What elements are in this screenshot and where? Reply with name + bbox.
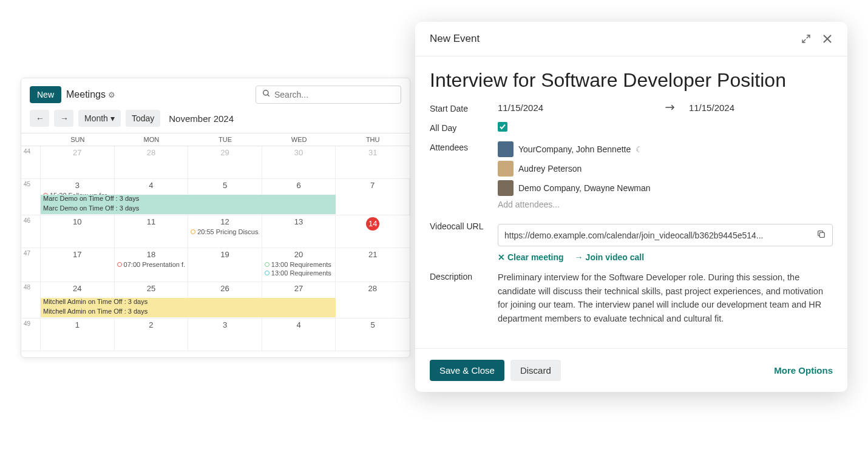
calendar-title-text: Meetings [66,89,106,100]
week-number: 46 [21,215,41,248]
calendar-cell[interactable]: 2013:00 Requirements ...13:00 Requiremen… [262,248,336,281]
close-icon[interactable] [822,33,833,44]
calendar-cell[interactable]: 7 [336,179,410,215]
today-button[interactable]: Today [126,110,160,127]
clear-meeting-button[interactable]: ✕Clear meeting [498,252,564,262]
videocall-label: Videocall URL [430,220,498,231]
calendar-cell[interactable]: 4 [262,318,336,351]
calendar-band-event[interactable]: Marc Demo on Time Off : 3 days [41,195,336,204]
calendar-week-row: 482425262728Mitchell Admin on Time Off :… [21,282,410,318]
videocall-url-input[interactable]: https://demo.example.com/calendar/join_v… [498,224,833,246]
calendar-week-row: 4912345 [21,318,410,351]
day-number: 18 [117,250,186,259]
event-text: 13:00 Requirements ... [271,261,333,268]
modal-body: Interview for Software Developer Positio… [415,56,847,348]
end-date-input[interactable]: 11/15/2024 [689,103,734,113]
calendar-cell[interactable]: 21 [336,248,410,281]
calendar-cell[interactable]: 17 [41,248,115,281]
add-attendee-input[interactable]: Add attendees... [498,200,833,209]
description-text[interactable]: Preliminary interview for the Software D… [498,271,833,325]
moon-icon: ☾ [636,145,643,154]
calendar-toolbar: ← → Month▾ Today November 2024 [21,110,410,133]
attendee-item[interactable]: Demo Company, Dwayne Newman [498,180,833,196]
attendee-name: Audrey Peterson [518,164,581,174]
day-number: 19 [191,250,259,259]
week-number: 48 [21,282,41,318]
day-number: 4 [117,181,186,190]
new-button[interactable]: New [30,86,61,103]
calendar-cell[interactable]: 31 [336,146,410,178]
calendar-grid: SUN MON TUE WED THU 44272829303145315:20… [21,133,410,351]
view-dropdown[interactable]: Month▾ [78,110,121,127]
event-title[interactable]: Interview for Software Developer Positio… [430,69,833,92]
calendar-cell[interactable]: 19 [188,248,262,281]
search-box[interactable] [256,86,401,104]
gear-icon[interactable]: ⚙ [108,90,115,99]
day-number: 5 [338,320,407,329]
day-number: 26 [191,284,259,293]
calendar-cell[interactable]: 10 [41,215,115,248]
calendar-event[interactable]: 13:00 Requirements ... [265,260,333,269]
chevron-down-icon: ▾ [110,113,115,123]
attendee-name: Demo Company, Dwayne Newman [518,183,651,193]
calendar-cell[interactable]: 1 [41,318,115,351]
week-number: 47 [21,248,41,281]
calendar-cell[interactable]: 3 [188,318,262,351]
event-dot-icon [265,262,270,267]
modal-header-title: New Event [430,33,480,45]
calendar-cell[interactable]: 27 [41,146,115,178]
day-number: 2 [117,320,186,329]
calendar-cell[interactable]: 14 [336,215,410,248]
calendar-cell[interactable]: 5 [336,318,410,351]
calendar-title: Meetings ⚙ [66,89,115,100]
start-date-input[interactable]: 11/15/2024 [498,103,543,113]
calendar-cell[interactable]: 13 [262,215,336,248]
day-number: 1 [43,320,112,329]
search-icon [262,89,271,100]
week-number: 49 [21,318,41,351]
arrow-icon: → [575,252,583,262]
day-number: 31 [338,148,407,157]
calendar-week-row: 4610111220:55 Pricing Discus...1314 [21,215,410,248]
join-video-call-button[interactable]: →Join video call [575,252,644,262]
save-button[interactable]: Save & Close [430,360,504,381]
week-number: 44 [21,146,41,178]
calendar-cell[interactable]: 2 [115,318,189,351]
day-number: 21 [338,250,407,259]
day-number: 17 [43,250,112,259]
day-number: 12 [191,217,259,226]
view-label: Month [84,113,108,123]
calendar-band-event[interactable]: Mitchell Admin on Time Off : 3 days [41,298,336,308]
day-number: 25 [117,284,186,293]
calendar-event[interactable]: 20:55 Pricing Discus... [191,228,259,236]
copy-icon[interactable] [816,229,826,241]
x-icon: ✕ [498,252,505,262]
discard-button[interactable]: Discard [510,360,561,381]
calendar-cell[interactable]: 28 [115,146,189,178]
search-input[interactable] [274,90,395,99]
start-date-label: Start Date [430,103,498,113]
attendee-item[interactable]: Audrey Peterson [498,161,833,177]
clear-meeting-label: Clear meeting [507,252,564,262]
calendar-week-row: 45315:20 Follow-up for ...4567Marc Demo … [21,179,410,215]
calendar-cell[interactable]: 1807:00 Presentation f... [115,248,189,281]
allday-checkbox[interactable] [498,122,507,132]
expand-icon[interactable] [801,33,811,44]
day-number: 28 [117,148,186,157]
more-options-button[interactable]: More Options [774,365,833,376]
day-number: 11 [117,217,186,226]
videocall-url-text: https://demo.example.com/calendar/join_v… [504,231,812,240]
calendar-cell[interactable]: 1220:55 Pricing Discus... [188,215,262,248]
day-number: 20 [265,250,333,259]
calendar-band-event[interactable]: Marc Demo on Time Off : 3 days [41,204,336,214]
calendar-event[interactable]: 07:00 Presentation f... [117,260,186,269]
prev-button[interactable]: ← [30,110,49,127]
next-button[interactable]: → [54,110,73,127]
calendar-event[interactable]: 13:00 Requirements ... [265,269,333,277]
attendee-item[interactable]: YourCompany, John Bennette ☾ [498,141,833,157]
calendar-cell[interactable]: 28 [336,282,410,318]
calendar-band-event[interactable]: Mitchell Admin on Time Off : 3 days [41,308,336,317]
calendar-cell[interactable]: 11 [115,215,189,248]
calendar-cell[interactable]: 30 [262,146,336,178]
calendar-cell[interactable]: 29 [188,146,262,178]
